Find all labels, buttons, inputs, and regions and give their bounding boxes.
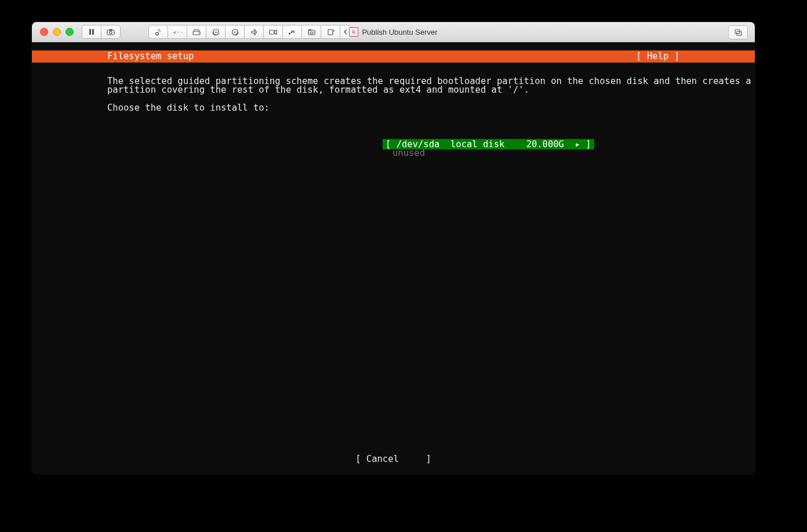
installer-body: The selected guided partitioning scheme …: [107, 68, 685, 140]
shared-folder-icon[interactable]: [301, 25, 321, 39]
svg-rect-14: [270, 30, 274, 34]
snapshot-button[interactable]: [101, 25, 121, 39]
zoom-icon[interactable]: [66, 28, 74, 36]
svg-rect-19: [328, 30, 333, 35]
svg-point-9: [198, 32, 199, 34]
usb-icon[interactable]: [282, 25, 301, 39]
close-icon[interactable]: [40, 28, 48, 36]
svg-point-11: [215, 31, 216, 32]
disk-status: unused: [392, 149, 425, 158]
audio-icon[interactable]: [244, 25, 263, 39]
svg-rect-17: [308, 30, 311, 31]
camera-icon[interactable]: [263, 25, 282, 39]
vm-window: <··>: [32, 22, 755, 474]
network-icon[interactable]: <··>: [168, 25, 187, 39]
help-button[interactable]: [ Help ]: [636, 52, 755, 61]
window-title: ⧉ Publish Ubuntu Server: [32, 22, 755, 42]
cancel-button[interactable]: [ Cancel ]: [32, 455, 755, 464]
body-line-2: partition covering the rest of the disk,…: [107, 85, 529, 95]
svg-rect-1: [92, 29, 94, 35]
tb-group-devices: <··>: [148, 25, 351, 39]
svg-rect-4: [109, 29, 112, 31]
floppy-icon[interactable]: [225, 25, 244, 39]
hdd-icon[interactable]: [187, 25, 206, 39]
tb-group-right: [728, 25, 748, 39]
pause-button[interactable]: [82, 25, 101, 39]
svg-rect-18: [310, 32, 313, 34]
tb-group-pause: [82, 25, 121, 39]
titlebar: <··>: [32, 22, 755, 42]
window-controls: [32, 28, 74, 36]
fullscreen-icon[interactable]: [728, 25, 748, 39]
svg-text:<··>: <··>: [173, 30, 181, 35]
svg-rect-6: [158, 29, 161, 32]
page-title: Filesystem setup: [32, 52, 194, 61]
clipboard-icon[interactable]: [321, 25, 340, 39]
svg-rect-0: [89, 29, 91, 35]
installer-header: Filesystem setup [ Help ]: [32, 50, 755, 63]
svg-rect-16: [308, 30, 315, 35]
minimize-icon[interactable]: [53, 28, 61, 36]
optical-icon[interactable]: [206, 25, 225, 39]
body-prompt: Choose the disk to install to:: [107, 103, 270, 113]
svg-point-3: [110, 31, 112, 34]
settings-icon[interactable]: [148, 25, 168, 39]
terminal: Filesystem setup [ Help ] The selected g…: [32, 42, 755, 474]
svg-point-13: [234, 31, 235, 32]
chevron-right-icon[interactable]: [340, 25, 351, 39]
window-title-text: Publish Ubuntu Server: [362, 28, 437, 37]
svg-point-5: [155, 32, 158, 35]
